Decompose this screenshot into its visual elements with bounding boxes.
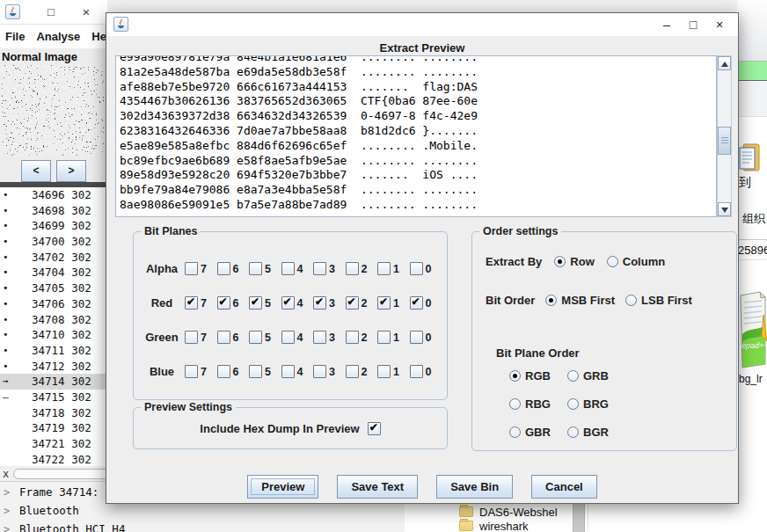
organize-menu[interactable]: 组织 bbox=[742, 211, 765, 227]
cancel-button[interactable]: Cancel bbox=[531, 475, 597, 499]
bitplane-checkbox-red-1[interactable] bbox=[377, 296, 391, 310]
bitplane-checkbox-blue-3[interactable] bbox=[313, 365, 326, 378]
scroll-up-icon[interactable] bbox=[718, 56, 731, 70]
packet-row[interactable]: •34706 302 bbox=[0, 296, 107, 312]
bitplane-checkbox-blue-0[interactable] bbox=[410, 365, 423, 378]
bitplane-checkbox-green-2[interactable] bbox=[346, 331, 359, 344]
packet-row[interactable]: •34698 302 bbox=[0, 203, 107, 219]
bit-cell: 2 bbox=[346, 262, 378, 275]
bitplane-checkbox-red-6[interactable] bbox=[217, 296, 230, 310]
packet-row[interactable]: •34704 302 bbox=[0, 265, 107, 281]
bitplane-checkbox-alpha-3[interactable] bbox=[313, 262, 326, 275]
close-icon[interactable]: × bbox=[76, 3, 97, 22]
packet-row[interactable]: 34718 302 bbox=[0, 405, 107, 421]
extract-by-column-radio[interactable] bbox=[607, 256, 618, 267]
bitplane-checkbox-blue-4[interactable] bbox=[281, 365, 295, 378]
scrollbar-thumb[interactable] bbox=[718, 127, 731, 155]
bit-cell: 7 bbox=[185, 262, 217, 275]
packet-row[interactable]: 34722 302 bbox=[0, 452, 107, 466]
bitplane-checkbox-blue-5[interactable] bbox=[249, 365, 262, 378]
packet-row[interactable]: •34711 302 bbox=[0, 343, 107, 359]
extract-by-row-radio[interactable] bbox=[554, 256, 566, 267]
file-row-das6-webshel[interactable]: DAS6-Webshel bbox=[459, 505, 558, 519]
paste-to-label[interactable]: 到 bbox=[739, 175, 751, 191]
bitplane-checkbox-alpha-6[interactable] bbox=[217, 262, 230, 275]
bitplane-checkbox-alpha-7[interactable] bbox=[185, 262, 198, 275]
packet-row[interactable]: →34714 302 bbox=[0, 374, 107, 390]
vertical-scrollbar[interactable] bbox=[717, 55, 732, 217]
detail-row[interactable]: >Bluetooth bbox=[0, 503, 413, 519]
bitplane-checkbox-green-0[interactable] bbox=[410, 331, 423, 344]
bit-plane-order-rbg-radio[interactable] bbox=[509, 398, 521, 410]
scroll-down-icon[interactable] bbox=[718, 202, 731, 216]
detail-row[interactable]: >Bluetooth HCI H4 bbox=[0, 521, 413, 532]
bitplane-checkbox-alpha-0[interactable] bbox=[410, 262, 423, 275]
filter-bar-green bbox=[737, 61, 767, 81]
bitplane-checkbox-green-7[interactable] bbox=[185, 331, 198, 344]
bitplane-checkbox-blue-7[interactable] bbox=[185, 365, 198, 378]
packet-row[interactable]: •34702 302 bbox=[0, 250, 107, 266]
expander-icon[interactable]: > bbox=[4, 503, 10, 519]
bitplane-checkbox-green-1[interactable] bbox=[377, 331, 391, 344]
packet-row[interactable]: —34715 302 bbox=[0, 390, 107, 405]
bitplane-checkbox-red-7[interactable] bbox=[185, 296, 198, 310]
close-icon[interactable]: × bbox=[706, 13, 733, 36]
bitplane-checkbox-red-5[interactable] bbox=[249, 296, 262, 310]
radio-option-rbg: RBG bbox=[509, 397, 567, 411]
hex-dump-preview[interactable]: e99a90e89781e79a 84e4b1a1e681a1e6 ......… bbox=[115, 55, 717, 217]
next-frame-button[interactable]: > bbox=[56, 160, 86, 182]
bitplane-checkbox-red-2[interactable] bbox=[346, 296, 359, 310]
bitplane-checkbox-blue-6[interactable] bbox=[217, 365, 230, 378]
bitplane-checkbox-red-3[interactable] bbox=[313, 296, 326, 310]
expander-icon[interactable]: > bbox=[4, 521, 10, 532]
dialog-titlebar[interactable]: – □ × bbox=[106, 13, 738, 36]
packet-row[interactable]: •34710 302 bbox=[0, 327, 107, 343]
bit-plane-order-rgb-radio[interactable] bbox=[509, 370, 521, 382]
bitplane-checkbox-alpha-2[interactable] bbox=[346, 262, 359, 275]
packet-row[interactable]: 34721 302 bbox=[0, 436, 107, 452]
stegsolve-titlebar[interactable]: □ × bbox=[0, 0, 107, 25]
bitplane-checkbox-green-6[interactable] bbox=[217, 331, 230, 344]
bitplane-checkbox-green-4[interactable] bbox=[281, 331, 295, 344]
bitplane-checkbox-alpha-4[interactable] bbox=[281, 262, 295, 275]
packet-row[interactable]: •34700 302 bbox=[0, 234, 107, 250]
bit-plane-order-gbr-radio[interactable] bbox=[509, 426, 521, 438]
packet-row[interactable]: 34719 302 bbox=[0, 420, 107, 436]
bitplane-checkbox-alpha-5[interactable] bbox=[249, 262, 262, 275]
bitplane-checkbox-blue-1[interactable] bbox=[377, 365, 391, 378]
paste-icon[interactable] bbox=[739, 141, 762, 174]
bit-number-label: 4 bbox=[297, 297, 303, 310]
maximize-icon[interactable]: □ bbox=[40, 3, 62, 22]
bit-plane-order-bgr-radio[interactable] bbox=[567, 426, 579, 438]
packet-row[interactable]: •34696 302 bbox=[0, 187, 107, 203]
save-text-button[interactable]: Save Text bbox=[337, 475, 418, 499]
notepad-plus-plus-icon[interactable]: epad++ bbox=[739, 290, 767, 369]
bitplane-checkbox-alpha-1[interactable] bbox=[377, 262, 391, 275]
packet-row[interactable]: •34708 302 bbox=[0, 312, 107, 328]
bitplane-checkbox-blue-2[interactable] bbox=[346, 365, 359, 378]
prev-frame-button[interactable]: < bbox=[21, 160, 51, 182]
bit-order-lsb-first-radio[interactable] bbox=[625, 295, 637, 306]
menu-item-analyse[interactable]: Analyse bbox=[36, 30, 80, 43]
bit-order-msb-first-radio[interactable] bbox=[545, 295, 557, 306]
minimize-icon[interactable]: – bbox=[654, 13, 680, 36]
packet-marker-icon: • bbox=[3, 187, 15, 203]
file-row-wireshark[interactable]: wireshark bbox=[459, 519, 529, 532]
packet-row[interactable]: •34705 302 bbox=[0, 281, 107, 296]
bit-plane-order-grb-radio[interactable] bbox=[567, 370, 579, 382]
expander-icon[interactable]: > bbox=[4, 485, 10, 500]
bitplane-checkbox-green-3[interactable] bbox=[313, 331, 326, 344]
include-hex-dump-checkbox[interactable] bbox=[368, 422, 381, 435]
bit-plane-order-brg-radio[interactable] bbox=[567, 398, 579, 410]
java-app-icon bbox=[113, 17, 128, 32]
bitplane-checkbox-red-0[interactable] bbox=[410, 296, 423, 310]
preview-button[interactable]: Preview bbox=[247, 475, 318, 499]
bitplane-checkbox-red-4[interactable] bbox=[281, 296, 295, 310]
packet-list[interactable]: •34696 302•34698 302•34699 302•34700 302… bbox=[0, 187, 107, 466]
packet-row[interactable]: •34699 302 bbox=[0, 218, 107, 234]
packet-row[interactable]: •34712 302 bbox=[0, 359, 107, 375]
save-bin-button[interactable]: Save Bin bbox=[436, 475, 513, 499]
bitplane-checkbox-green-5[interactable] bbox=[249, 331, 262, 344]
menu-item-file[interactable]: File bbox=[5, 30, 25, 43]
maximize-icon[interactable]: □ bbox=[680, 13, 706, 36]
